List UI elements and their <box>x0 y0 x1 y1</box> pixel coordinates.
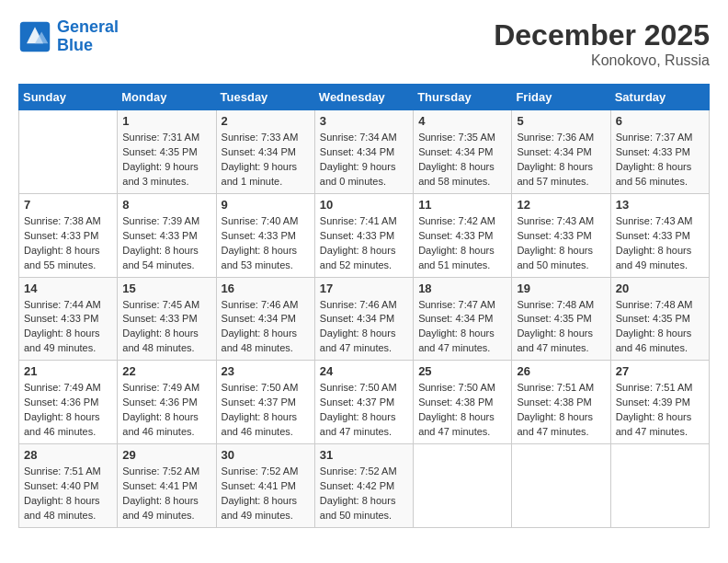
calendar-cell: 7 Sunrise: 7:38 AM Sunset: 4:33 PM Dayli… <box>19 193 118 277</box>
calendar-cell: 1 Sunrise: 7:31 AM Sunset: 4:35 PM Dayli… <box>118 110 216 194</box>
day-number: 30 <box>222 448 310 462</box>
sunrise-text: Sunrise: 7:49 AM <box>122 381 210 396</box>
day-number: 15 <box>122 282 210 295</box>
daylight-text: Daylight: 8 hours and 53 minutes. <box>222 244 310 273</box>
sunset-text: Sunset: 4:34 PM <box>517 145 605 160</box>
daylight-text: Daylight: 8 hours and 46 minutes. <box>122 410 210 440</box>
day-info: Sunrise: 7:48 AM Sunset: 4:35 PM Dayligh… <box>616 298 704 357</box>
day-number: 2 <box>222 114 310 128</box>
sunset-text: Sunset: 4:40 PM <box>24 479 112 494</box>
logo-text: General Blue <box>57 18 119 55</box>
day-info: Sunrise: 7:33 AM Sunset: 4:34 PM Dayligh… <box>222 131 310 190</box>
day-info: Sunrise: 7:42 AM Sunset: 4:33 PM Dayligh… <box>418 214 506 273</box>
day-info: Sunrise: 7:45 AM Sunset: 4:33 PM Dayligh… <box>122 298 210 357</box>
daylight-text: Daylight: 8 hours and 52 minutes. <box>320 244 408 273</box>
sunrise-text: Sunrise: 7:52 AM <box>122 465 210 479</box>
calendar-cell <box>19 110 118 194</box>
calendar-cell: 24 Sunrise: 7:50 AM Sunset: 4:37 PM Dayl… <box>314 361 413 444</box>
daylight-text: Daylight: 8 hours and 58 minutes. <box>418 160 506 190</box>
daylight-text: Daylight: 9 hours and 1 minute. <box>222 160 310 190</box>
calendar-cell: 8 Sunrise: 7:39 AM Sunset: 4:33 PM Dayli… <box>118 193 216 277</box>
day-info: Sunrise: 7:47 AM Sunset: 4:34 PM Dayligh… <box>418 298 506 357</box>
day-info: Sunrise: 7:34 AM Sunset: 4:34 PM Dayligh… <box>320 131 408 190</box>
calendar-cell: 16 Sunrise: 7:46 AM Sunset: 4:34 PM Dayl… <box>216 277 314 361</box>
day-info: Sunrise: 7:43 AM Sunset: 4:33 PM Dayligh… <box>616 214 704 273</box>
day-number: 6 <box>616 114 704 128</box>
daylight-text: Daylight: 8 hours and 50 minutes. <box>517 244 605 273</box>
calendar-title: December 2025 <box>494 18 710 52</box>
calendar-cell: 23 Sunrise: 7:50 AM Sunset: 4:37 PM Dayl… <box>216 361 314 444</box>
sunset-text: Sunset: 4:33 PM <box>517 229 605 244</box>
day-info: Sunrise: 7:36 AM Sunset: 4:34 PM Dayligh… <box>517 131 605 190</box>
day-info: Sunrise: 7:50 AM Sunset: 4:38 PM Dayligh… <box>418 381 506 440</box>
day-info: Sunrise: 7:35 AM Sunset: 4:34 PM Dayligh… <box>418 131 506 190</box>
sunset-text: Sunset: 4:35 PM <box>517 312 605 327</box>
weekday-header-cell: Tuesday <box>216 85 314 110</box>
calendar-cell: 17 Sunrise: 7:46 AM Sunset: 4:34 PM Dayl… <box>314 277 413 361</box>
weekday-header-cell: Wednesday <box>314 85 413 110</box>
daylight-text: Daylight: 8 hours and 49 minutes. <box>24 327 112 356</box>
sunrise-text: Sunrise: 7:46 AM <box>320 298 408 313</box>
day-number: 29 <box>122 448 210 462</box>
sunrise-text: Sunrise: 7:45 AM <box>122 298 210 313</box>
calendar-cell: 10 Sunrise: 7:41 AM Sunset: 4:33 PM Dayl… <box>314 193 413 277</box>
sunset-text: Sunset: 4:33 PM <box>222 229 310 244</box>
sunset-text: Sunset: 4:37 PM <box>320 396 408 410</box>
sunset-text: Sunset: 4:39 PM <box>616 396 704 410</box>
sunset-text: Sunset: 4:34 PM <box>418 145 506 160</box>
sunrise-text: Sunrise: 7:51 AM <box>24 465 112 479</box>
day-info: Sunrise: 7:40 AM Sunset: 4:33 PM Dayligh… <box>222 214 310 273</box>
day-number: 19 <box>517 282 605 295</box>
daylight-text: Daylight: 8 hours and 47 minutes. <box>418 327 506 356</box>
day-number: 25 <box>418 364 506 378</box>
weekday-header-cell: Friday <box>512 85 610 110</box>
daylight-text: Daylight: 8 hours and 47 minutes. <box>418 410 506 440</box>
day-number: 4 <box>418 114 506 128</box>
day-info: Sunrise: 7:51 AM Sunset: 4:40 PM Dayligh… <box>24 465 112 523</box>
calendar-cell: 5 Sunrise: 7:36 AM Sunset: 4:34 PM Dayli… <box>512 110 610 194</box>
weekday-header-cell: Sunday <box>19 85 118 110</box>
day-number: 16 <box>222 282 310 295</box>
day-info: Sunrise: 7:49 AM Sunset: 4:36 PM Dayligh… <box>122 381 210 440</box>
sunrise-text: Sunrise: 7:43 AM <box>517 214 605 229</box>
daylight-text: Daylight: 8 hours and 46 minutes. <box>616 327 704 356</box>
day-number: 9 <box>222 198 310 212</box>
sunset-text: Sunset: 4:38 PM <box>517 396 605 410</box>
daylight-text: Daylight: 8 hours and 49 minutes. <box>616 244 704 273</box>
daylight-text: Daylight: 8 hours and 46 minutes. <box>24 410 112 440</box>
sunset-text: Sunset: 4:34 PM <box>320 145 408 160</box>
header: General Blue December 2025 Konokovo, Rus… <box>18 18 710 69</box>
sunset-text: Sunset: 4:34 PM <box>418 312 506 327</box>
calendar-cell: 19 Sunrise: 7:48 AM Sunset: 4:35 PM Dayl… <box>512 277 610 361</box>
day-info: Sunrise: 7:43 AM Sunset: 4:33 PM Dayligh… <box>517 214 605 273</box>
sunrise-text: Sunrise: 7:52 AM <box>320 465 408 479</box>
weekday-header-cell: Monday <box>118 85 216 110</box>
calendar-cell: 6 Sunrise: 7:37 AM Sunset: 4:33 PM Dayli… <box>610 110 709 194</box>
calendar-table: SundayMondayTuesdayWednesdayThursdayFrid… <box>18 84 710 528</box>
calendar-cell: 26 Sunrise: 7:51 AM Sunset: 4:38 PM Dayl… <box>512 361 610 444</box>
daylight-text: Daylight: 8 hours and 47 minutes. <box>320 327 408 356</box>
day-number: 7 <box>24 198 112 212</box>
day-info: Sunrise: 7:48 AM Sunset: 4:35 PM Dayligh… <box>517 298 605 357</box>
sunset-text: Sunset: 4:36 PM <box>122 396 210 410</box>
sunset-text: Sunset: 4:34 PM <box>320 312 408 327</box>
sunrise-text: Sunrise: 7:35 AM <box>418 131 506 145</box>
sunset-text: Sunset: 4:34 PM <box>222 312 310 327</box>
day-number: 8 <box>122 198 210 212</box>
sunrise-text: Sunrise: 7:51 AM <box>616 381 704 396</box>
calendar-cell <box>610 444 709 528</box>
sunset-text: Sunset: 4:33 PM <box>320 229 408 244</box>
daylight-text: Daylight: 8 hours and 48 minutes. <box>24 494 112 523</box>
daylight-text: Daylight: 8 hours and 57 minutes. <box>517 160 605 190</box>
day-number: 18 <box>418 282 506 295</box>
calendar-cell: 2 Sunrise: 7:33 AM Sunset: 4:34 PM Dayli… <box>216 110 314 194</box>
sunset-text: Sunset: 4:33 PM <box>24 312 112 327</box>
day-number: 20 <box>616 282 704 295</box>
calendar-week-row: 14 Sunrise: 7:44 AM Sunset: 4:33 PM Dayl… <box>19 277 710 361</box>
day-info: Sunrise: 7:38 AM Sunset: 4:33 PM Dayligh… <box>24 214 112 273</box>
daylight-text: Daylight: 8 hours and 51 minutes. <box>418 244 506 273</box>
day-info: Sunrise: 7:51 AM Sunset: 4:38 PM Dayligh… <box>517 381 605 440</box>
day-number: 27 <box>616 364 704 378</box>
day-number: 26 <box>517 364 605 378</box>
sunset-text: Sunset: 4:36 PM <box>24 396 112 410</box>
